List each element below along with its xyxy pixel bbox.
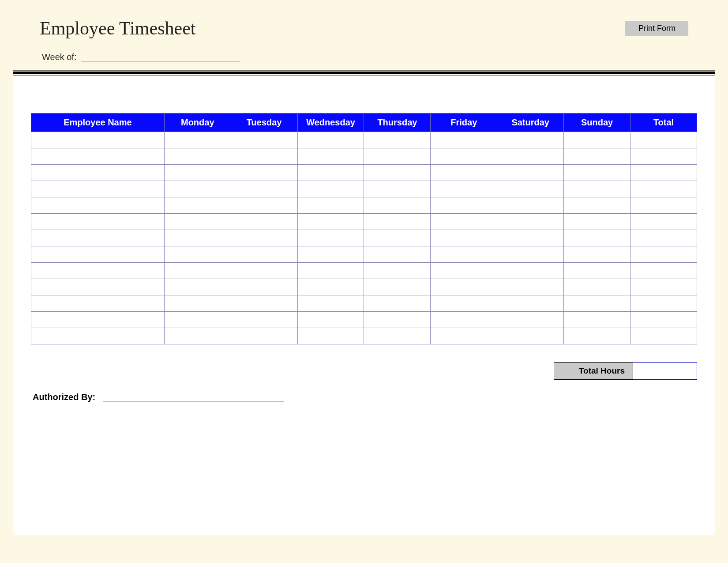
table-cell[interactable] xyxy=(364,312,431,328)
table-cell[interactable] xyxy=(431,181,497,197)
table-cell[interactable] xyxy=(431,246,497,263)
table-cell[interactable] xyxy=(564,230,630,246)
table-cell[interactable] xyxy=(630,279,697,295)
table-cell[interactable] xyxy=(31,312,165,328)
table-cell[interactable] xyxy=(630,230,697,246)
table-cell[interactable] xyxy=(630,295,697,312)
table-cell[interactable] xyxy=(164,197,231,214)
table-cell[interactable] xyxy=(297,165,364,181)
table-cell[interactable] xyxy=(431,214,497,230)
table-cell[interactable] xyxy=(231,279,297,295)
table-cell[interactable] xyxy=(364,148,431,165)
table-cell[interactable] xyxy=(630,181,697,197)
table-cell[interactable] xyxy=(164,148,231,165)
week-of-input-line[interactable] xyxy=(81,61,240,61)
table-cell[interactable] xyxy=(31,181,165,197)
table-cell[interactable] xyxy=(497,197,564,214)
total-hours-value[interactable] xyxy=(633,362,697,380)
table-cell[interactable] xyxy=(364,214,431,230)
table-cell[interactable] xyxy=(164,312,231,328)
table-cell[interactable] xyxy=(431,148,497,165)
table-cell[interactable] xyxy=(431,165,497,181)
table-cell[interactable] xyxy=(364,295,431,312)
table-cell[interactable] xyxy=(564,132,630,148)
table-cell[interactable] xyxy=(497,328,564,344)
table-cell[interactable] xyxy=(231,165,297,181)
table-cell[interactable] xyxy=(231,197,297,214)
table-cell[interactable] xyxy=(630,132,697,148)
table-cell[interactable] xyxy=(231,148,297,165)
table-cell[interactable] xyxy=(164,279,231,295)
table-cell[interactable] xyxy=(164,246,231,263)
table-cell[interactable] xyxy=(231,263,297,279)
table-cell[interactable] xyxy=(164,132,231,148)
table-cell[interactable] xyxy=(431,328,497,344)
table-cell[interactable] xyxy=(31,214,165,230)
table-cell[interactable] xyxy=(431,132,497,148)
table-cell[interactable] xyxy=(31,295,165,312)
table-cell[interactable] xyxy=(297,230,364,246)
table-cell[interactable] xyxy=(31,328,165,344)
table-cell[interactable] xyxy=(31,197,165,214)
table-cell[interactable] xyxy=(297,312,364,328)
table-cell[interactable] xyxy=(364,263,431,279)
table-cell[interactable] xyxy=(630,148,697,165)
table-cell[interactable] xyxy=(31,230,165,246)
table-cell[interactable] xyxy=(364,246,431,263)
table-cell[interactable] xyxy=(231,312,297,328)
table-cell[interactable] xyxy=(497,181,564,197)
table-cell[interactable] xyxy=(630,263,697,279)
table-cell[interactable] xyxy=(31,165,165,181)
table-cell[interactable] xyxy=(564,263,630,279)
table-cell[interactable] xyxy=(564,312,630,328)
table-cell[interactable] xyxy=(164,328,231,344)
table-cell[interactable] xyxy=(297,263,364,279)
table-cell[interactable] xyxy=(231,132,297,148)
table-cell[interactable] xyxy=(497,165,564,181)
authorized-by-input-line[interactable] xyxy=(103,401,284,401)
table-cell[interactable] xyxy=(297,181,364,197)
table-cell[interactable] xyxy=(630,312,697,328)
table-cell[interactable] xyxy=(231,246,297,263)
table-cell[interactable] xyxy=(630,214,697,230)
table-cell[interactable] xyxy=(231,230,297,246)
table-cell[interactable] xyxy=(231,295,297,312)
print-form-button[interactable]: Print Form xyxy=(626,21,688,36)
table-cell[interactable] xyxy=(431,197,497,214)
table-cell[interactable] xyxy=(630,328,697,344)
table-cell[interactable] xyxy=(364,197,431,214)
table-cell[interactable] xyxy=(497,230,564,246)
table-cell[interactable] xyxy=(364,230,431,246)
table-cell[interactable] xyxy=(630,165,697,181)
table-cell[interactable] xyxy=(231,181,297,197)
table-cell[interactable] xyxy=(497,132,564,148)
table-cell[interactable] xyxy=(164,165,231,181)
table-cell[interactable] xyxy=(164,230,231,246)
table-cell[interactable] xyxy=(297,295,364,312)
table-cell[interactable] xyxy=(564,295,630,312)
table-cell[interactable] xyxy=(31,132,165,148)
table-cell[interactable] xyxy=(497,312,564,328)
table-cell[interactable] xyxy=(297,246,364,263)
table-cell[interactable] xyxy=(297,132,364,148)
table-cell[interactable] xyxy=(164,295,231,312)
table-cell[interactable] xyxy=(564,214,630,230)
table-cell[interactable] xyxy=(564,197,630,214)
table-cell[interactable] xyxy=(431,230,497,246)
table-cell[interactable] xyxy=(31,279,165,295)
table-cell[interactable] xyxy=(31,246,165,263)
table-cell[interactable] xyxy=(364,132,431,148)
table-cell[interactable] xyxy=(297,148,364,165)
table-cell[interactable] xyxy=(564,148,630,165)
table-cell[interactable] xyxy=(364,165,431,181)
table-cell[interactable] xyxy=(297,328,364,344)
table-cell[interactable] xyxy=(630,246,697,263)
table-cell[interactable] xyxy=(564,328,630,344)
table-cell[interactable] xyxy=(564,165,630,181)
table-cell[interactable] xyxy=(497,214,564,230)
table-cell[interactable] xyxy=(497,295,564,312)
table-cell[interactable] xyxy=(564,279,630,295)
table-cell[interactable] xyxy=(164,214,231,230)
table-cell[interactable] xyxy=(297,214,364,230)
table-cell[interactable] xyxy=(497,246,564,263)
